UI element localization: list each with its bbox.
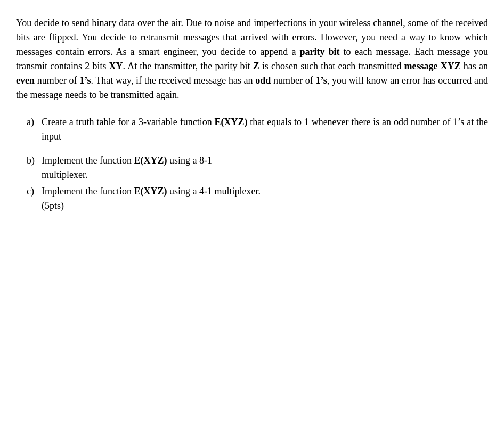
even-bold: even <box>16 75 35 86</box>
qc-func-bold: E(XYZ) <box>134 186 167 197</box>
qa-func-bold: E(XYZ) <box>215 117 248 127</box>
xy-bold: XY <box>109 61 123 71</box>
qb-func-bold: E(XYZ) <box>134 155 167 166</box>
question-c: c) Implement the function E(XYZ) using a… <box>27 184 488 213</box>
ones-bold: 1’s <box>79 75 91 86</box>
main-paragraph: You decide to send binary data over the … <box>16 16 488 102</box>
question-b-text: Implement the function E(XYZ) using a 8-… <box>42 153 212 182</box>
questions-section: a) Create a truth table for a 3-variable… <box>16 115 488 213</box>
ones2-bold: 1’s <box>316 75 327 86</box>
main-content: You decide to send binary data over the … <box>16 16 488 213</box>
question-a: a) Create a truth table for a 3-variable… <box>27 115 488 144</box>
question-c-label: c) <box>27 184 42 213</box>
parity-bit-bold: parity bit <box>299 46 339 57</box>
question-b: b) Implement the function E(XYZ) using a… <box>27 153 488 182</box>
z-bold: Z <box>253 61 259 71</box>
odd-bold: odd <box>255 75 271 86</box>
question-b-label: b) <box>27 153 42 182</box>
question-a-label: a) <box>27 115 42 144</box>
message-xyz-bold: message XYZ <box>404 61 461 71</box>
question-c-text: Implement the function E(XYZ) using a 4-… <box>42 184 261 213</box>
question-a-text: Create a truth table for a 3-variable fu… <box>42 115 488 144</box>
